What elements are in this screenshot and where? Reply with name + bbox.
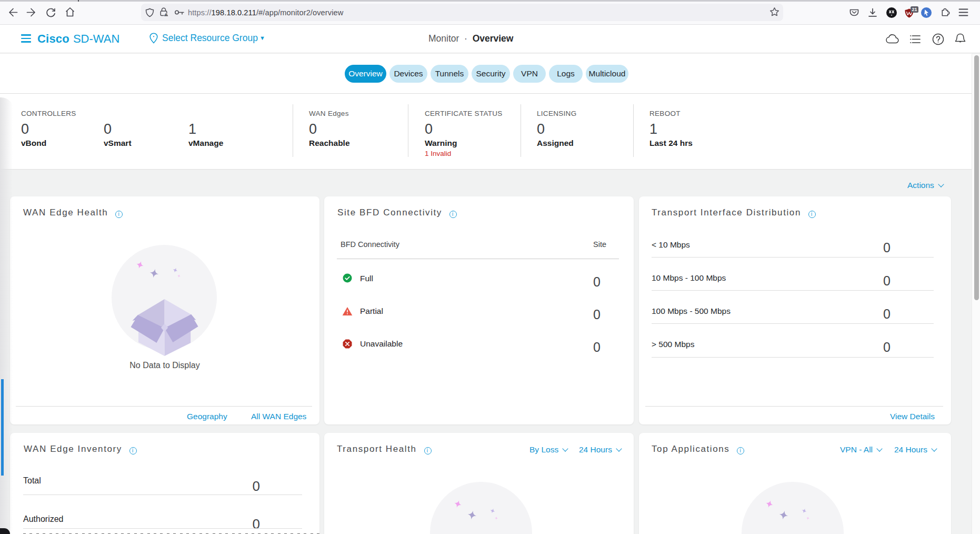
svg-text:!: ! [166,13,167,16]
